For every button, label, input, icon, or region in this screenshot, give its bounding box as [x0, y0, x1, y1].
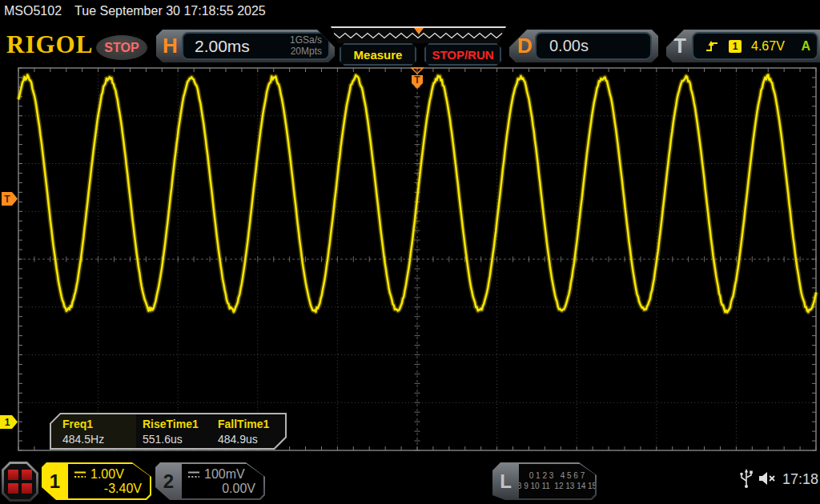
waveform-display[interactable]	[0, 64, 820, 460]
acquisition-status-badge: STOP	[96, 35, 147, 60]
rigol-logo: RIGOL	[6, 30, 93, 59]
delay-value: 0.00s	[549, 37, 589, 55]
logic-row2: 8 9 10 11 12 13 14 15	[517, 482, 597, 492]
acquisition-info: 1GSa/s20Mpts	[290, 35, 322, 58]
delay-panel[interactable]: 0.00s	[535, 32, 652, 60]
waveform-overview-strip[interactable]	[331, 26, 506, 43]
measurement-value: 484.9us	[218, 433, 285, 446]
measurement-value: 484.5Hz	[62, 433, 136, 446]
logic-channel-list: 0 1 2 3 4 5 6 7 8 9 10 11 12 13 14 15	[519, 464, 595, 498]
measure-button[interactable]: Measure	[340, 43, 416, 66]
channel2-number: 2	[155, 462, 182, 500]
menu-button[interactable]	[2, 462, 38, 502]
overview-waveform-icon	[331, 28, 506, 42]
measurement-item[interactable]: RiseTime1 551.6us	[136, 414, 211, 448]
channel2-status-block[interactable]: 2 100mV 0.00V	[155, 462, 265, 500]
logic-label: L	[492, 462, 519, 500]
channel1-scale: 1.00V	[90, 467, 124, 482]
measurement-panel[interactable]: Freq1 484.5Hz RiseTime1 551.6us FallTime…	[50, 413, 287, 450]
memory-depth: 20Mpts	[291, 46, 322, 57]
trigger-settings-group[interactable]: T 1 4.67V A	[666, 30, 820, 62]
measurement-label: Freq1	[62, 418, 136, 430]
channel1-status-block[interactable]: 1 1.00V -3.40V	[42, 462, 151, 500]
dc-coupling-icon	[74, 470, 86, 479]
trigger-sweep-mode: A	[801, 39, 810, 54]
svg-text:1: 1	[5, 417, 10, 428]
model-name: MSO5102	[4, 4, 62, 18]
delay-label: D	[517, 30, 533, 62]
trigger-label: T	[673, 30, 686, 62]
channel2-values-panel: 100mV 0.00V	[182, 464, 263, 498]
speaker-muted-icon	[758, 470, 778, 486]
logic-channels-block[interactable]: L 0 1 2 3 4 5 6 7 8 9 10 11 12 13 14 15	[492, 462, 597, 500]
horizontal-settings-group[interactable]: H 2.00ms 1GSa/s20Mpts	[156, 30, 335, 62]
channel1-ground-marker[interactable]: 1	[0, 414, 18, 430]
menu-grid-icon	[4, 464, 36, 499]
trigger-level-value: 4.67V	[751, 39, 785, 54]
sample-rate: 1GSa/s	[290, 34, 322, 46]
measurement-label: RiseTime1	[143, 418, 211, 430]
measurement-label: FallTime1	[218, 418, 285, 430]
oscilloscope-screen: MSO5102Tue September 30 17:18:55 2025 RI…	[0, 0, 820, 504]
stop-run-button[interactable]: STOP/RUN	[424, 43, 501, 66]
delay-settings-group[interactable]: D 0.00s	[509, 30, 658, 62]
channel2-offset: 0.00V	[222, 482, 255, 496]
channel1-values-panel: 1.00V -3.40V	[68, 464, 150, 498]
timebase-value: 2.00ms	[195, 37, 250, 56]
trigger-level-marker[interactable]: T	[0, 191, 18, 206]
trigger-position-marker[interactable]: T	[409, 67, 425, 91]
timebase-panel[interactable]: 2.00ms 1GSa/s20Mpts	[182, 32, 330, 60]
datetime: Tue September 30 17:18:55 2025	[74, 4, 266, 18]
dc-coupling-icon	[187, 470, 200, 479]
logic-row1: 0 1 2 3 4 5 6 7	[529, 471, 585, 482]
svg-text:T: T	[414, 74, 420, 86]
horizontal-label: H	[163, 30, 178, 62]
measurement-panel-body: Freq1 484.5Hz RiseTime1 551.6us FallTime…	[51, 414, 285, 448]
trigger-source-badge: 1	[729, 40, 742, 53]
trigger-panel[interactable]: 1 4.67V A	[692, 32, 818, 60]
usb-icon	[738, 468, 754, 489]
rising-edge-icon	[705, 39, 719, 54]
svg-text:T: T	[4, 194, 10, 205]
window-title: MSO5102Tue September 30 17:18:55 2025	[4, 4, 266, 18]
channel1-number: 1	[42, 462, 68, 500]
clock: 17:18	[782, 471, 818, 488]
measurement-item[interactable]: FallTime1 484.9us	[211, 414, 285, 448]
measurement-item[interactable]: Freq1 484.5Hz	[51, 414, 136, 448]
channel1-offset: -3.40V	[104, 482, 142, 496]
measurement-value: 551.6us	[143, 433, 211, 446]
channel2-scale: 100mV	[204, 467, 245, 482]
